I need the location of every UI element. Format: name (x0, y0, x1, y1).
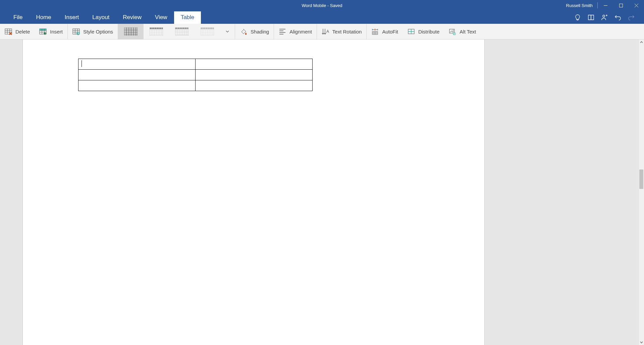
tab-strip: File Home Insert Layout Review View Tabl… (0, 11, 644, 24)
table-cell[interactable] (196, 59, 313, 70)
undo-icon (614, 14, 621, 21)
vertical-scrollbar[interactable] (638, 40, 644, 345)
distribute-button[interactable]: Distribute (403, 24, 444, 39)
quick-access-toolbar (571, 11, 644, 24)
table-cell[interactable] (78, 70, 196, 80)
scroll-down-button[interactable] (639, 339, 644, 345)
text-rotation-icon: A (322, 28, 329, 35)
insert-button[interactable]: Insert (35, 24, 67, 39)
style-options-label: Style Options (83, 29, 113, 34)
table-style-2[interactable] (144, 24, 169, 39)
maximize-icon (619, 4, 623, 7)
table-style-3[interactable] (169, 24, 195, 39)
redo-button[interactable] (625, 11, 638, 24)
scrollbar-thumb[interactable] (639, 169, 643, 189)
autofit-label: AutoFit (382, 29, 398, 34)
tab-home[interactable]: Home (29, 11, 58, 24)
chevron-down-icon (225, 29, 229, 33)
table-style-light-icon (201, 27, 214, 36)
table-style-header-icon (150, 27, 163, 36)
svg-rect-44 (150, 27, 163, 29)
insert-label: Insert (50, 29, 63, 34)
table-style-1[interactable] (118, 24, 144, 39)
book-icon (588, 14, 594, 21)
insert-table-icon (39, 28, 47, 35)
shading-button[interactable]: Shading (235, 24, 274, 39)
person-share-icon (601, 14, 608, 21)
shading-icon (240, 28, 247, 35)
table-cell[interactable] (78, 80, 196, 91)
text-rotation-label: Text Rotation (332, 29, 362, 34)
svg-rect-55 (175, 27, 189, 29)
tell-me-button[interactable] (571, 11, 584, 24)
table-style-4[interactable] (195, 24, 220, 39)
delete-label: Delete (15, 29, 30, 34)
svg-rect-57 (175, 34, 189, 36)
user-name[interactable]: Russell Smith (561, 3, 597, 8)
alt-text-button[interactable]: Alt Text (444, 24, 481, 39)
ribbon-table: Delete Insert (0, 24, 644, 40)
alignment-button[interactable]: Alignment (274, 24, 317, 39)
read-mode-button[interactable] (584, 11, 598, 24)
shading-label: Shading (251, 29, 269, 34)
style-options-button[interactable]: Style Options (68, 24, 118, 39)
title-bar: Word Mobile - Saved Russell Smith (0, 0, 644, 11)
chevron-down-icon (640, 341, 643, 344)
text-rotation-button[interactable]: A Text Rotation (317, 24, 367, 39)
table-row[interactable] (78, 59, 313, 70)
delete-button[interactable]: Delete (0, 24, 35, 39)
alt-text-label: Alt Text (460, 29, 476, 34)
style-options-icon (72, 28, 80, 35)
svg-rect-1 (619, 4, 623, 7)
tab-file[interactable]: File (7, 11, 29, 24)
delete-table-icon (5, 28, 12, 35)
redo-icon (628, 14, 635, 21)
table-row[interactable] (78, 80, 313, 91)
lightbulb-icon (574, 14, 581, 21)
svg-rect-56 (175, 31, 189, 32)
scroll-up-button[interactable] (639, 40, 644, 45)
close-icon (635, 4, 638, 7)
autofit-icon (371, 28, 379, 35)
window-title: Word Mobile - Saved (302, 3, 342, 8)
svg-point-29 (78, 33, 79, 34)
table-style-banded-icon (175, 27, 189, 36)
minimize-icon (604, 4, 607, 7)
minimize-button[interactable] (598, 0, 613, 11)
table-style-grid-icon (124, 27, 138, 36)
document-viewport[interactable] (0, 40, 644, 345)
svg-text:A: A (326, 29, 329, 34)
svg-rect-16 (40, 29, 46, 30)
distribute-icon (408, 28, 415, 35)
chevron-up-icon (640, 41, 643, 44)
share-button[interactable] (598, 11, 611, 24)
tab-table[interactable]: Table (174, 11, 201, 24)
tab-layout[interactable]: Layout (86, 11, 116, 24)
tab-view[interactable]: View (148, 11, 174, 24)
close-button[interactable] (629, 0, 644, 11)
table-cell[interactable] (196, 70, 313, 80)
alignment-icon (279, 28, 286, 35)
table-cell[interactable] (78, 59, 196, 70)
table-cell[interactable] (196, 80, 313, 91)
svg-point-5 (603, 15, 605, 17)
distribute-label: Distribute (418, 29, 439, 34)
undo-button[interactable] (611, 11, 625, 24)
alignment-label: Alignment (289, 29, 312, 34)
tab-insert[interactable]: Insert (58, 11, 86, 24)
document-page[interactable] (22, 40, 485, 345)
table-row[interactable] (78, 70, 313, 80)
alt-text-icon (449, 28, 456, 35)
svg-point-100 (453, 30, 454, 31)
autofit-button[interactable]: AutoFit (367, 24, 403, 39)
document-table[interactable] (78, 59, 313, 91)
maximize-button[interactable] (613, 0, 629, 11)
tab-review[interactable]: Review (116, 11, 148, 24)
svg-rect-68 (201, 27, 214, 29)
table-styles-more-button[interactable] (220, 24, 235, 39)
